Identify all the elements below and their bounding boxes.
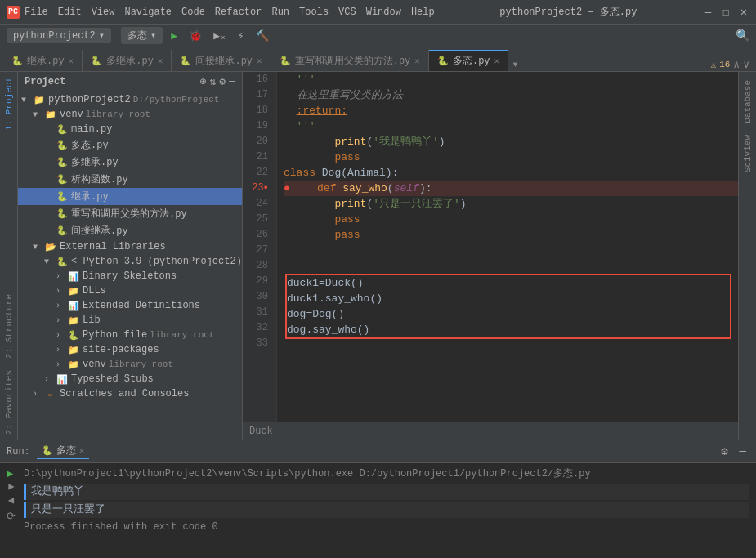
tab-jianjiejicheng[interactable]: 🐍 间接继承.py ✕: [172, 50, 271, 71]
menu-bar[interactable]: File Edit View Navigate Code Refactor Ru…: [25, 7, 435, 18]
tab-jicheng[interactable]: 🐍 继承.py ✕: [3, 50, 83, 71]
left-tab-structure[interactable]: 2: Structure: [2, 289, 16, 364]
rerun-button[interactable]: ⟳: [7, 510, 16, 523]
profile-button[interactable]: ⚡: [235, 28, 248, 44]
add-icon[interactable]: ⊕: [200, 75, 207, 88]
sync-icon[interactable]: ⇅: [210, 75, 217, 88]
arrow-icon: ›: [56, 272, 67, 281]
close-icon[interactable]: ✕: [414, 56, 420, 66]
sidebar-item-scratches[interactable]: › ✏ Scratches and Consoles: [18, 386, 242, 401]
menu-window[interactable]: Window: [366, 7, 401, 18]
close-icon[interactable]: ✕: [79, 445, 85, 456]
sidebar-item-label: External Libraries: [60, 241, 166, 252]
tab-chongxie[interactable]: 🐍 重写和调用父类的方法.py ✕: [271, 50, 429, 71]
tab-duotai[interactable]: 🐍 多态.py ✕: [429, 50, 508, 71]
right-tab-database[interactable]: Database: [741, 75, 754, 128]
search-button[interactable]: 🔍: [736, 29, 749, 42]
toolbar: pythonProject2 ▾ 多态 ▾ ▶ 🐞 ▶ₓ ⚡ 🔨 🔍: [0, 25, 756, 47]
code-token: say_who: [342, 181, 387, 196]
left-tab-favorites[interactable]: 2: Favorites: [2, 365, 16, 440]
code-line-21: pass: [284, 150, 738, 165]
debug-button[interactable]: 🐞: [186, 28, 205, 44]
close-button[interactable]: ✕: [738, 7, 749, 18]
sidebar-item-python-file[interactable]: › 🐍 Python file library root: [18, 328, 242, 342]
menu-help[interactable]: Help: [411, 7, 435, 18]
settings-icon[interactable]: ⚙: [219, 75, 226, 88]
left-tab-project[interactable]: 1: Project: [2, 72, 16, 136]
maximize-button[interactable]: ☐: [720, 7, 731, 18]
sidebar-item-main[interactable]: 🐍 main.py: [18, 122, 242, 136]
sidebar-item-binary-skeletons[interactable]: › 📊 Binary Skeletons: [18, 269, 242, 283]
menu-code[interactable]: Code: [181, 7, 205, 18]
sidebar-item-dlls[interactable]: › 📁 DLLs: [18, 283, 242, 298]
close-icon[interactable]: ✕: [257, 56, 262, 66]
run-button[interactable]: ▶: [168, 28, 181, 44]
settings-icon[interactable]: ⚙: [718, 443, 731, 460]
menu-file[interactable]: File: [25, 7, 48, 18]
sidebar-item-extended-definitions[interactable]: › 📊 Extended Definitions: [18, 298, 242, 313]
sidebar-item-venv[interactable]: ▼ 📁 venv library root: [18, 107, 242, 122]
menu-tools[interactable]: Tools: [299, 7, 329, 18]
editor-breadcrumb: Duck: [243, 422, 738, 440]
close-icon[interactable]: ✕: [494, 56, 500, 66]
code-token: class: [284, 165, 322, 181]
menu-vcs[interactable]: VCS: [338, 7, 356, 18]
menu-run[interactable]: Run: [271, 7, 289, 18]
sidebar-item-chongxie[interactable]: 🐍 重写和调用父类的方法.py: [18, 205, 242, 222]
run-tab-duotai[interactable]: 🐍 多态 ✕: [37, 444, 90, 459]
build-button[interactable]: 🔨: [253, 28, 272, 44]
sidebar-item-xigougouhs[interactable]: 🐍 析构函数.py: [18, 171, 242, 188]
menu-navigate[interactable]: Navigate: [124, 7, 172, 18]
scroll-up-button[interactable]: ▲: [5, 484, 17, 493]
close-icon[interactable]: ✕: [158, 56, 163, 66]
collapse-button[interactable]: ∧: [733, 58, 740, 71]
sidebar-item-label: 继承.py: [71, 190, 109, 203]
lib-icon: 📊: [67, 270, 80, 282]
sidebar-item-ext-libraries[interactable]: ▼ 📂 External Libraries: [18, 239, 242, 254]
more-tabs-button[interactable]: ▾: [512, 57, 518, 71]
menu-view[interactable]: View: [92, 7, 115, 18]
sidebar-item-jicheng[interactable]: 🐍 继承.py: [18, 188, 242, 205]
close-icon[interactable]: —: [229, 75, 235, 88]
sidebar-item-lib[interactable]: › 📁 Lib: [18, 313, 242, 328]
py-icon: 🐍: [91, 56, 102, 66]
sidebar-item-label: pythonProject2: [48, 94, 131, 105]
sidebar-item-jianjie[interactable]: 🐍 间接继承.py: [18, 222, 242, 239]
minimize-icon[interactable]: —: [736, 443, 749, 460]
right-tab-sciview[interactable]: SciView: [741, 130, 754, 177]
run-label: Run:: [7, 446, 30, 458]
close-icon[interactable]: ✕: [69, 56, 74, 66]
folder-icon: 📁: [67, 285, 80, 297]
tab-duojicheng[interactable]: 🐍 多继承.py ✕: [83, 50, 172, 71]
run-play-button[interactable]: ▶: [7, 466, 16, 480]
sidebar-item-label: 多继承.py: [71, 155, 119, 169]
code-line-23: ● def say_who(self):: [284, 181, 738, 196]
scroll-down-button[interactable]: ▼: [5, 498, 17, 507]
folder-icon: 📂: [44, 241, 57, 252]
sidebar-item-duojicheng[interactable]: 🐍 多继承.py: [18, 154, 242, 171]
run-config[interactable]: 多态 ▾: [121, 27, 163, 44]
code-token: print: [334, 196, 366, 212]
code-area[interactable]: ''' 在这里重写父类的方法 :return: ''' print('我是鸭: [277, 72, 738, 422]
coverage-button[interactable]: ▶ₓ: [210, 28, 230, 44]
code-line-27: [284, 243, 738, 258]
window-controls[interactable]: — ☐ ✕: [702, 7, 749, 18]
menu-refactor[interactable]: Refactor: [215, 7, 262, 18]
sidebar-item-python39[interactable]: ▼ 🐍 < Python 3.9 (pythonProject2): [18, 254, 242, 269]
lib-icon: 📊: [67, 300, 80, 311]
sidebar-item-site-packages[interactable]: › 📁 site-packages: [18, 342, 242, 357]
sidebar-item-label: Scratches and Consoles: [60, 388, 189, 400]
sidebar-item-duotai[interactable]: 🐍 多态.py: [18, 136, 242, 154]
code-line-33: [284, 339, 738, 355]
sidebar-item-typeshed[interactable]: › 📊 Typeshed Stubs: [18, 372, 242, 386]
project-selector[interactable]: pythonProject2 ▾: [7, 28, 111, 43]
menu-edit[interactable]: Edit: [58, 7, 82, 18]
py-icon: 🐍: [280, 56, 291, 66]
code-line-20: print('我是鸭鸭丫'): [284, 134, 738, 150]
sidebar-item-venv-lib[interactable]: › 📁 venv library root: [18, 357, 242, 372]
sidebar-item-project-root[interactable]: ▼ 📁 pythonProject2 D:/pythonProject: [18, 92, 242, 107]
expand-button[interactable]: ∨: [743, 58, 749, 71]
code-token: ''': [284, 118, 315, 134]
window-title: pythonProject2 – 多态.py: [435, 5, 702, 19]
minimize-button[interactable]: —: [702, 7, 714, 18]
